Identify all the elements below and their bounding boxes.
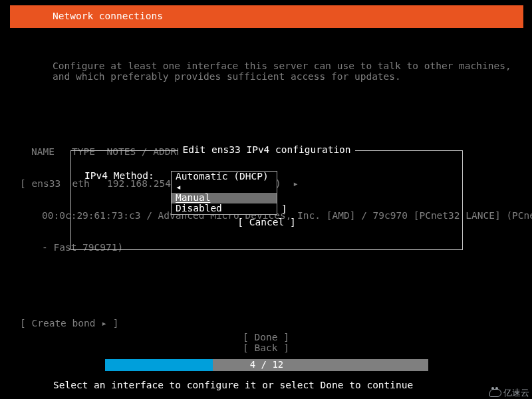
back-button[interactable]: [ Back ] [0, 343, 532, 354]
page-title: Network connections [53, 11, 163, 22]
option-manual[interactable]: Manual [172, 193, 277, 203]
cloud-icon [489, 389, 501, 397]
intro-text: Configure at least one interface this se… [10, 61, 522, 82]
progress-label: 4 / 12 [105, 360, 428, 370]
nav-buttons: [ Done ] [ Back ] [0, 332, 532, 354]
done-button[interactable]: [ Done ] [0, 332, 532, 343]
dialog-title: Edit ens33 IPv4 configuration [71, 145, 462, 156]
watermark-text: 亿速云 [503, 388, 529, 398]
option-automatic-dhcp[interactable]: Automatic (DHCP) ◂ [172, 172, 277, 193]
hint-text: Select an interface to configure it or s… [53, 380, 413, 391]
header-bar: Network connections [10, 5, 523, 28]
cancel-button[interactable]: [ Cancel ] [71, 217, 462, 228]
progress-bar: 4 / 12 [105, 359, 428, 371]
ipv4-method-label: IPv4 Method: [84, 171, 171, 182]
ipv4-method-dropdown[interactable]: Automatic (DHCP) ◂ Manual Disabled [171, 171, 277, 215]
watermark: 亿速云 [489, 388, 529, 398]
create-bond-button[interactable]: [ Create bond ▸ ] [10, 319, 522, 329]
option-disabled[interactable]: Disabled [172, 203, 277, 214]
dropdown-close-bracket: ] [281, 204, 287, 215]
ipv4-config-dialog: Edit ens33 IPv4 configuration IPv4 Metho… [70, 150, 463, 250]
